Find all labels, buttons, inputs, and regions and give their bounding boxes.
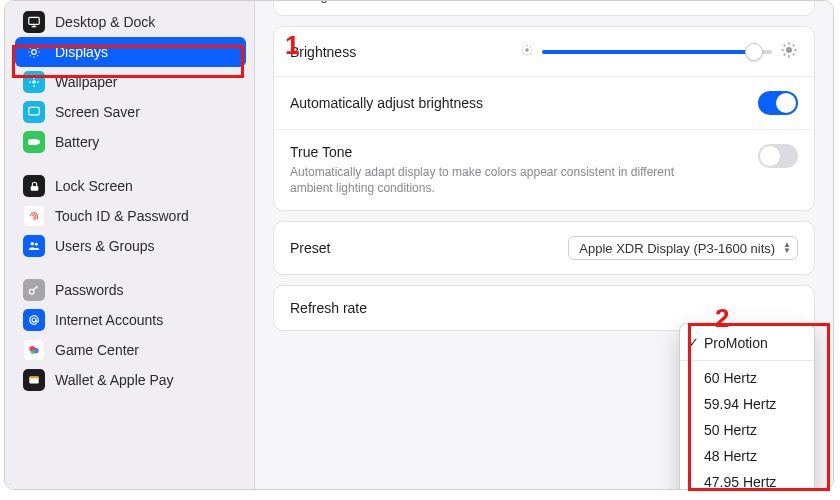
preset-label: Preset xyxy=(290,240,330,256)
sidebar-item-label: Desktop & Dock xyxy=(55,14,155,30)
svg-point-1 xyxy=(32,50,37,55)
brightness-icon xyxy=(23,41,45,63)
sidebar-item-label: Displays xyxy=(55,44,108,60)
svg-point-4 xyxy=(33,85,35,87)
sidebar-item-label: Touch ID & Password xyxy=(55,208,189,224)
refresh-rate-option[interactable]: 47.95 Hertz xyxy=(680,469,814,489)
sidebar-item-wallet[interactable]: Wallet & Apple Pay xyxy=(15,365,246,395)
screensaver-icon xyxy=(23,101,45,123)
touchid-icon xyxy=(23,205,45,227)
sidebar-item-label: Wallpaper xyxy=(55,74,118,90)
sun-large-icon xyxy=(780,41,798,62)
refresh-rate-option[interactable]: 60 Hertz xyxy=(680,365,814,391)
main-panel: Here's Larger Text Here's to troublem He… xyxy=(255,1,833,489)
sidebar-item-label: Game Center xyxy=(55,342,139,358)
sidebar-item-battery[interactable]: Battery xyxy=(15,127,246,157)
gamecenter-icon xyxy=(23,339,45,361)
svg-point-12 xyxy=(35,243,38,246)
resolution-caption: Larger Text xyxy=(284,1,384,3)
preset-card: Preset Apple XDR Display (P3-1600 nits) … xyxy=(273,221,815,275)
auto-brightness-label: Automatically adjust brightness xyxy=(290,95,483,111)
svg-point-2 xyxy=(32,80,36,84)
sidebar-item-game-center[interactable]: Game Center xyxy=(15,335,246,365)
svg-point-21 xyxy=(786,47,792,53)
resolution-option-larger-text[interactable]: Here's Larger Text xyxy=(284,1,384,3)
preset-select[interactable]: Apple XDR Display (P3-1600 nits) ▲▼ xyxy=(568,236,798,260)
svg-point-14 xyxy=(32,318,36,322)
svg-point-13 xyxy=(29,289,34,294)
sidebar-item-label: Users & Groups xyxy=(55,238,155,254)
sidebar-item-users-groups[interactable]: Users & Groups xyxy=(15,231,246,261)
sidebar-item-desktop-dock[interactable]: Desktop & Dock xyxy=(15,7,246,37)
at-icon xyxy=(23,309,45,331)
settings-window: Desktop & Dock Displays Wallpaper Screen… xyxy=(4,0,834,490)
svg-rect-10 xyxy=(30,185,38,190)
svg-rect-7 xyxy=(29,107,40,115)
refresh-rate-option[interactable]: 48 Hertz xyxy=(680,443,814,469)
svg-point-11 xyxy=(31,242,35,246)
battery-icon xyxy=(23,131,45,153)
sun-small-icon xyxy=(520,43,534,60)
users-icon xyxy=(23,235,45,257)
resolution-option-more-space[interactable]: rules. And they have can quote them, dis… xyxy=(704,1,804,3)
svg-rect-0 xyxy=(29,17,40,24)
sidebar-item-screen-saver[interactable]: Screen Saver xyxy=(15,97,246,127)
sidebar-item-label: Screen Saver xyxy=(55,104,140,120)
key-icon xyxy=(23,279,45,301)
sidebar-item-label: Wallet & Apple Pay xyxy=(55,372,174,388)
brightness-card: Brightness Automatically adjust brightne… xyxy=(273,26,815,211)
sidebar-item-passwords[interactable]: Passwords xyxy=(15,275,246,305)
sidebar-item-lock-screen[interactable]: Lock Screen xyxy=(15,171,246,201)
brightness-slider[interactable] xyxy=(520,41,798,62)
sidebar-item-label: Passwords xyxy=(55,282,123,298)
preset-value: Apple XDR Display (P3-1600 nits) xyxy=(579,241,775,256)
true-tone-label: True Tone xyxy=(290,144,710,160)
sidebar: Desktop & Dock Displays Wallpaper Screen… xyxy=(5,1,255,489)
lock-icon xyxy=(23,175,45,197)
refresh-rate-menu: ProMotion 60 Hertz 59.94 Hertz 50 Hertz … xyxy=(679,323,815,489)
resolution-option[interactable]: Here's to t troublemal ones who xyxy=(494,1,594,3)
svg-rect-9 xyxy=(38,141,39,143)
sidebar-item-displays[interactable]: Displays xyxy=(15,37,246,67)
refresh-rate-label: Refresh rate xyxy=(290,300,367,316)
wallpaper-icon xyxy=(23,71,45,93)
svg-point-17 xyxy=(31,349,36,354)
sidebar-item-internet-accounts[interactable]: Internet Accounts xyxy=(15,305,246,335)
sidebar-item-label: Battery xyxy=(55,134,99,150)
svg-rect-19 xyxy=(29,377,38,379)
annotation-number-2: 2 xyxy=(715,303,729,334)
resolution-option[interactable]: Here's to troublem xyxy=(389,1,489,3)
resolution-option-default[interactable]: troublemakers ones who see t rules. And … xyxy=(599,1,699,3)
svg-point-20 xyxy=(525,48,529,52)
svg-point-5 xyxy=(29,81,31,83)
sidebar-item-label: Internet Accounts xyxy=(55,312,163,328)
svg-point-6 xyxy=(37,81,39,83)
sidebar-item-label: Lock Screen xyxy=(55,178,133,194)
true-tone-toggle[interactable] xyxy=(758,144,798,168)
refresh-rate-option-promotion[interactable]: ProMotion xyxy=(680,330,814,356)
true-tone-description: Automatically adapt display to make colo… xyxy=(290,164,710,196)
svg-rect-8 xyxy=(29,140,38,145)
resolution-card: Here's Larger Text Here's to troublem He… xyxy=(273,1,815,16)
refresh-rate-option[interactable]: 59.94 Hertz xyxy=(680,391,814,417)
annotation-number-1: 1 xyxy=(285,30,299,61)
refresh-rate-option[interactable]: 50 Hertz xyxy=(680,417,814,443)
sidebar-item-wallpaper[interactable]: Wallpaper xyxy=(15,67,246,97)
svg-point-3 xyxy=(33,77,35,79)
auto-brightness-toggle[interactable] xyxy=(758,91,798,115)
brightness-label: Brightness xyxy=(290,44,356,60)
chevron-up-down-icon: ▲▼ xyxy=(783,242,791,254)
desktop-icon xyxy=(23,11,45,33)
wallet-icon xyxy=(23,369,45,391)
sidebar-item-touch-id[interactable]: Touch ID & Password xyxy=(15,201,246,231)
